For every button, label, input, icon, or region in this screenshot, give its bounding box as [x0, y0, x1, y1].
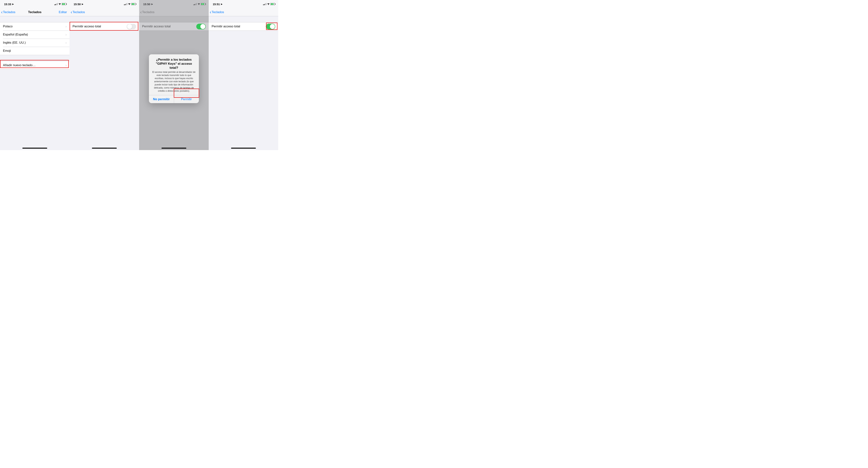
- location-arrow-icon: ➤: [151, 3, 153, 5]
- wifi-icon: [267, 3, 270, 5]
- cellular-signal-icon: [193, 3, 197, 5]
- keyboard-row[interactable]: Inglés (EE. UU.) ›: [0, 39, 69, 47]
- battery-icon: [62, 3, 67, 5]
- keyboard-label: Inglés (EE. UU.): [3, 41, 65, 44]
- location-arrow-icon: ➤: [82, 3, 84, 5]
- back-button[interactable]: ‹ Teclados: [0, 10, 16, 14]
- full-access-group: Permitir acceso total: [139, 22, 209, 31]
- chevron-left-icon: ‹: [210, 10, 211, 14]
- back-button[interactable]: ‹ Teclados: [69, 10, 85, 14]
- keyboard-row[interactable]: Polaco ›: [0, 22, 69, 31]
- permission-alert: ¿Permitir a los teclados "GIPHY Keys" el…: [149, 54, 199, 103]
- keyboard-label: Emoji: [3, 49, 67, 53]
- status-time: 15:50: [143, 3, 150, 6]
- wifi-icon: [58, 3, 61, 5]
- chevron-left-icon: ‹: [140, 10, 142, 14]
- home-indicator: [231, 148, 256, 148]
- full-access-group: Permitir acceso total: [209, 22, 278, 31]
- screen-full-access-off: 15:50 ➤ ‹ Teclados Permitir acceso total: [69, 0, 139, 150]
- back-label: Teclados: [142, 10, 154, 14]
- full-access-toggle[interactable]: [127, 24, 136, 29]
- full-access-group: Permitir acceso total: [69, 22, 139, 31]
- edit-button[interactable]: Editar: [59, 10, 67, 14]
- battery-icon: [201, 3, 206, 5]
- battery-icon: [271, 3, 276, 5]
- home-indicator: [22, 148, 47, 148]
- status-time: 15:33: [4, 3, 11, 6]
- full-access-row[interactable]: Permitir acceso total: [69, 22, 139, 31]
- full-access-label: Permitir acceso total: [72, 25, 127, 28]
- add-keyboard-row[interactable]: Añadir nuevo teclado… ›: [0, 61, 69, 69]
- full-access-label: Permitir acceso total: [142, 25, 196, 28]
- back-button[interactable]: ‹ Teclados: [209, 10, 224, 14]
- nav-bar: ‹ Teclados: [209, 8, 278, 16]
- battery-icon: [131, 3, 136, 5]
- keyboard-row[interactable]: Emoji: [0, 47, 69, 55]
- alert-title: ¿Permitir a los teclados "GIPHY Keys" el…: [152, 58, 196, 70]
- chevron-right-icon: ›: [65, 33, 67, 37]
- full-access-row[interactable]: Permitir acceso total: [209, 22, 278, 31]
- keyboard-row[interactable]: Español (España) ›: [0, 31, 69, 39]
- status-time: 15:51: [213, 3, 220, 6]
- full-access-label: Permitir acceso total: [212, 25, 266, 28]
- status-bar: 15:33 ➤: [0, 0, 69, 8]
- alert-allow-button[interactable]: Permitir: [174, 95, 199, 103]
- screen-full-access-alert: 15:50 ➤ ‹ Teclados Permitir acceso total…: [139, 0, 209, 150]
- wifi-icon: [197, 3, 200, 5]
- alert-message: El acceso total permite al desarrollador…: [152, 71, 196, 92]
- back-label: Teclados: [3, 10, 16, 14]
- keyboard-label: Polaco: [3, 25, 65, 28]
- screen-keyboards-list: 15:33 ➤ ‹ Teclados Teclados Editar Polac…: [0, 0, 69, 150]
- location-arrow-icon: ➤: [220, 3, 222, 5]
- chevron-right-icon: ›: [65, 25, 67, 29]
- back-button: ‹ Teclados: [139, 10, 154, 14]
- chevron-right-icon: ›: [65, 41, 67, 45]
- keyboards-group: Polaco › Español (España) › Inglés (EE. …: [0, 22, 69, 55]
- cellular-signal-icon: [54, 3, 58, 5]
- screen-full-access-on: 15:51 ➤ ‹ Teclados Permitir acceso total: [209, 0, 278, 150]
- full-access-toggle: [196, 24, 206, 29]
- add-keyboard-group: Añadir nuevo teclado… ›: [0, 61, 69, 69]
- home-indicator: [92, 148, 117, 148]
- nav-bar: ‹ Teclados: [69, 8, 139, 16]
- chevron-left-icon: ‹: [1, 10, 3, 14]
- cellular-signal-icon: [124, 3, 127, 5]
- back-label: Teclados: [72, 10, 85, 14]
- status-time: 15:50: [74, 3, 81, 6]
- home-indicator: [161, 148, 186, 148]
- nav-bar: ‹ Teclados: [139, 8, 209, 16]
- status-bar: 15:50 ➤: [69, 0, 139, 8]
- full-access-row: Permitir acceso total: [139, 22, 209, 31]
- nav-bar: ‹ Teclados Teclados Editar: [0, 8, 69, 16]
- add-keyboard-label: Añadir nuevo teclado…: [3, 63, 65, 67]
- keyboard-label: Español (España): [3, 33, 65, 36]
- back-label: Teclados: [212, 10, 224, 14]
- wifi-icon: [128, 3, 131, 5]
- status-bar: 15:50 ➤: [139, 0, 209, 8]
- status-bar: 15:51 ➤: [209, 0, 278, 8]
- chevron-right-icon: ›: [65, 63, 67, 67]
- chevron-left-icon: ‹: [71, 10, 72, 14]
- full-access-toggle[interactable]: [266, 24, 275, 29]
- alert-deny-button[interactable]: No permitir: [149, 95, 174, 103]
- location-arrow-icon: ➤: [12, 3, 14, 5]
- cellular-signal-icon: [263, 3, 267, 5]
